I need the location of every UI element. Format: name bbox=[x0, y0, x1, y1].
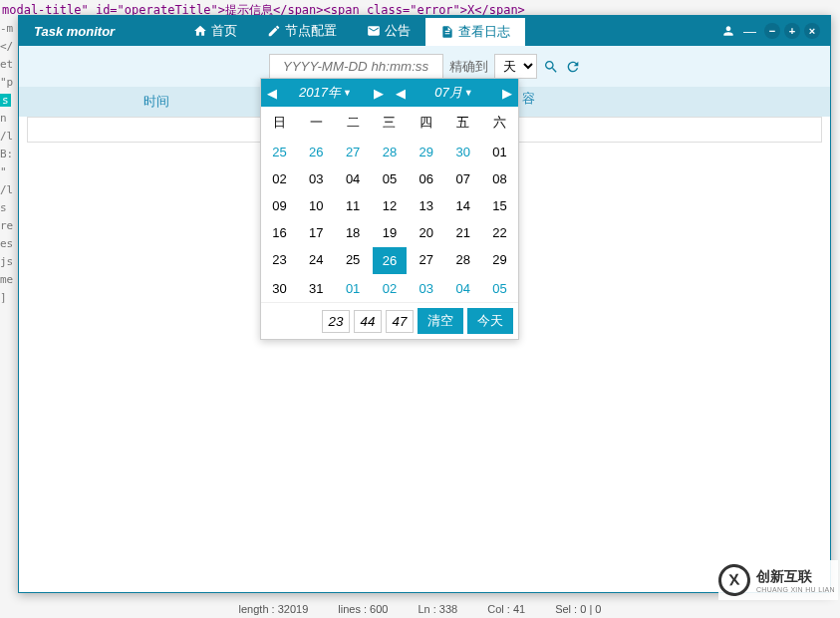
day-cell[interactable]: 27 bbox=[335, 139, 372, 165]
weekday-label: 六 bbox=[481, 107, 518, 139]
caret-down-icon: ▼ bbox=[464, 88, 473, 98]
precision-select[interactable]: 天 bbox=[494, 54, 537, 79]
tab-node-config[interactable]: 节点配置 bbox=[252, 16, 352, 46]
tab-label: 首页 bbox=[211, 22, 237, 40]
day-cell[interactable]: 13 bbox=[408, 192, 444, 219]
content-hint-char: 容 bbox=[522, 90, 535, 108]
day-cell[interactable]: 22 bbox=[481, 219, 518, 246]
time-mm[interactable] bbox=[354, 310, 382, 333]
day-cell[interactable]: 31 bbox=[298, 275, 335, 302]
year-nav: ◀ 2017年▼ ▶ bbox=[261, 79, 390, 107]
logo-mark: X bbox=[717, 563, 752, 598]
status-lines: lines : 600 bbox=[338, 603, 388, 615]
day-cell[interactable]: 05 bbox=[372, 165, 409, 192]
datepicker: ◀ 2017年▼ ▶ ◀ 07月▼ ▶ 日一二三四五六 252627282930… bbox=[260, 78, 519, 340]
year-next-icon[interactable]: ▶ bbox=[368, 79, 390, 107]
day-cell[interactable]: 26 bbox=[298, 139, 335, 165]
tab-notice[interactable]: 公告 bbox=[352, 16, 425, 46]
day-cell[interactable]: 18 bbox=[335, 219, 372, 246]
day-cell[interactable]: 14 bbox=[444, 192, 481, 219]
day-cell[interactable]: 04 bbox=[335, 165, 372, 192]
date-input[interactable] bbox=[269, 54, 443, 79]
tab-label: 查看日志 bbox=[458, 23, 510, 41]
day-cell[interactable]: 11 bbox=[335, 192, 372, 219]
caret-down-icon: ▼ bbox=[343, 88, 352, 98]
time-hh[interactable] bbox=[322, 310, 350, 333]
logo-en: CHUANG XIN HU LIAN bbox=[756, 586, 835, 593]
today-button[interactable]: 今天 bbox=[467, 308, 513, 334]
pencil-icon bbox=[267, 24, 281, 38]
maximize-button[interactable]: + bbox=[784, 23, 800, 39]
tab-view-log[interactable]: 查看日志 bbox=[425, 16, 525, 46]
status-sel: Sel : 0 | 0 bbox=[555, 603, 601, 615]
app-title: Task monitor bbox=[19, 24, 178, 39]
day-cell[interactable]: 04 bbox=[444, 275, 481, 302]
datepicker-footer: 清空 今天 bbox=[261, 302, 518, 339]
day-cell[interactable]: 16 bbox=[261, 219, 298, 246]
day-cell[interactable]: 29 bbox=[408, 139, 444, 165]
day-cell[interactable]: 24 bbox=[298, 246, 335, 275]
day-cell[interactable]: 01 bbox=[481, 139, 518, 165]
day-cell[interactable]: 25 bbox=[335, 246, 372, 275]
day-cell[interactable]: 17 bbox=[298, 219, 335, 246]
tab-label: 节点配置 bbox=[285, 22, 337, 40]
day-cell[interactable]: 10 bbox=[298, 192, 335, 219]
weekday-label: 一 bbox=[298, 107, 335, 139]
day-cell[interactable]: 23 bbox=[261, 246, 298, 275]
clear-button[interactable]: 清空 bbox=[418, 308, 463, 334]
day-cell[interactable]: 08 bbox=[481, 165, 518, 192]
day-cell[interactable]: 03 bbox=[408, 275, 444, 302]
header-right: — − + × bbox=[721, 23, 830, 39]
precision-label: 精确到 bbox=[449, 58, 488, 76]
day-cell[interactable]: 20 bbox=[408, 219, 444, 246]
weekday-label: 二 bbox=[335, 107, 372, 139]
day-cell[interactable]: 03 bbox=[298, 165, 335, 192]
datepicker-header: ◀ 2017年▼ ▶ ◀ 07月▼ ▶ bbox=[261, 79, 518, 107]
time-ss[interactable] bbox=[386, 310, 414, 333]
month-nav: ◀ 07月▼ ▶ bbox=[390, 79, 518, 107]
day-cell[interactable]: 05 bbox=[481, 275, 518, 302]
year-prev-icon[interactable]: ◀ bbox=[261, 79, 283, 107]
file-icon bbox=[440, 25, 454, 39]
day-cell[interactable]: 19 bbox=[372, 219, 409, 246]
weekday-label: 五 bbox=[444, 107, 481, 139]
day-cell[interactable]: 15 bbox=[481, 192, 518, 219]
user-icon[interactable] bbox=[721, 24, 735, 38]
tab-home[interactable]: 首页 bbox=[178, 16, 252, 46]
minimize-button[interactable]: − bbox=[764, 23, 780, 39]
day-cell[interactable]: 30 bbox=[444, 139, 481, 165]
month-next-icon[interactable]: ▶ bbox=[496, 79, 518, 107]
day-cell[interactable]: 12 bbox=[372, 192, 409, 219]
day-cell[interactable]: 29 bbox=[481, 246, 518, 275]
day-cell[interactable]: 07 bbox=[444, 165, 481, 192]
day-cell[interactable]: 26 bbox=[373, 247, 408, 274]
day-cell[interactable]: 02 bbox=[372, 275, 409, 302]
tab-label: 公告 bbox=[385, 22, 411, 40]
left-code-strip: -m</et"psn/lB:"/lsreesjsme] bbox=[0, 20, 18, 598]
month-prev-icon[interactable]: ◀ bbox=[390, 79, 412, 107]
day-cell[interactable]: 21 bbox=[444, 219, 481, 246]
day-cell[interactable]: 01 bbox=[335, 275, 372, 302]
weekday-label: 四 bbox=[408, 107, 444, 139]
datepicker-weekdays: 日一二三四五六 bbox=[261, 107, 518, 139]
day-cell[interactable]: 06 bbox=[408, 165, 444, 192]
weekday-label: 三 bbox=[372, 107, 409, 139]
refresh-icon[interactable] bbox=[565, 59, 581, 75]
close-button[interactable]: × bbox=[804, 23, 820, 39]
day-cell[interactable]: 28 bbox=[372, 139, 409, 165]
day-cell[interactable]: 25 bbox=[261, 139, 298, 165]
envelope-icon bbox=[367, 24, 381, 38]
search-icon[interactable] bbox=[543, 59, 559, 75]
day-cell[interactable]: 27 bbox=[408, 246, 444, 275]
datepicker-days: 2526272829300102030405060708091011121314… bbox=[261, 139, 518, 302]
day-cell[interactable]: 28 bbox=[444, 246, 481, 275]
day-cell[interactable]: 09 bbox=[261, 192, 298, 219]
logo-cn: 创新互联 bbox=[756, 568, 835, 586]
brand-logo: X 创新互联 CHUANG XIN HU LIAN bbox=[718, 560, 838, 600]
status-length: length : 32019 bbox=[239, 603, 309, 615]
day-cell[interactable]: 30 bbox=[261, 275, 298, 302]
day-cell[interactable]: 02 bbox=[261, 165, 298, 192]
status-bar: length : 32019 lines : 600 Ln : 338 Col … bbox=[0, 603, 840, 615]
weekday-label: 日 bbox=[261, 107, 298, 139]
home-icon bbox=[193, 24, 207, 38]
